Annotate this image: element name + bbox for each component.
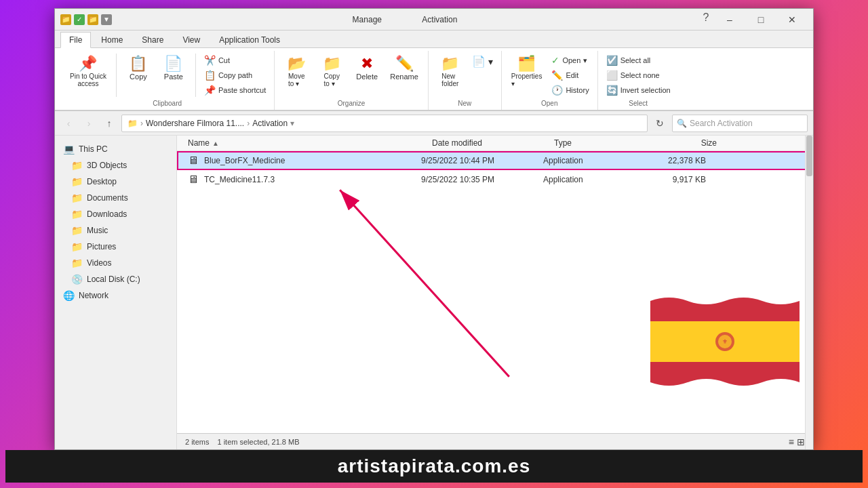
invert-label: Invert selection (620, 86, 671, 94)
maximize-button[interactable]: □ (745, 9, 776, 30)
select-all-button[interactable]: ☑️ Select all (604, 54, 673, 67)
open-label: Open (541, 100, 557, 107)
paste-button[interactable]: 📄 Paste (157, 54, 190, 83)
close-button[interactable]: ✕ (776, 9, 808, 30)
edit-label: Edit (566, 71, 578, 79)
new-folder-label: Newfolder (441, 73, 458, 87)
col-date-header[interactable]: Date modified (432, 138, 554, 148)
music-label: Music (87, 226, 108, 235)
copy-path-label: Copy path (218, 71, 252, 79)
path-wondershare[interactable]: Wondershare Filmora 11.... (146, 119, 244, 128)
col-size-header[interactable]: Size (649, 138, 717, 148)
up-button[interactable]: ↑ (101, 115, 117, 131)
down-icon: ▼ (101, 14, 112, 25)
copy-button[interactable]: 📋 Copy (122, 54, 155, 83)
invert-selection-button[interactable]: 🔄 Invert selection (604, 83, 673, 97)
edit-button[interactable]: ✏️ Edit (549, 68, 591, 82)
move-to-button[interactable]: 📂 Moveto ▾ (280, 54, 313, 90)
new-folder-button[interactable]: 📁 Newfolder (434, 54, 467, 90)
copy-path-button[interactable]: 📋 Copy path (201, 68, 269, 82)
path-dropdown[interactable]: ▾ (290, 119, 294, 128)
sidebar-item-documents[interactable]: 📁 Documents (55, 190, 176, 206)
search-box[interactable]: 🔍 Search Activation (672, 115, 808, 132)
checkmark-icon: ✓ (74, 14, 85, 25)
downloads-icon: 📁 (71, 209, 83, 220)
sidebar-item-desktop[interactable]: 📁 Desktop (55, 174, 176, 190)
tab-file[interactable]: File (60, 32, 91, 48)
cut-icon: ✂️ (204, 55, 216, 66)
date-col-label: Date modified (432, 138, 482, 148)
select-none-button[interactable]: ⬜ Select none (604, 68, 673, 82)
col-name-header[interactable]: Name ▲ (188, 138, 432, 148)
paste-shortcut-button[interactable]: 📌 Paste shortcut (201, 83, 269, 97)
ribbon-group-select: ☑️ Select all ⬜ Select none 🔄 Invert sel… (598, 51, 679, 110)
select-all-icon: ☑️ (606, 55, 618, 66)
rename-button[interactable]: ✏️ Rename (386, 54, 422, 83)
copy-path-icon: 📋 (204, 70, 216, 81)
address-path[interactable]: 📁 › Wondershare Filmora 11.... › Activat… (121, 115, 648, 132)
this-pc-label: This PC (79, 144, 108, 154)
scrollbar[interactable] (805, 136, 813, 449)
table-row[interactable]: 🖥 Blue_BorFX_Medicine 9/25/2022 10:44 PM… (177, 151, 813, 170)
tab-home[interactable]: Home (92, 32, 132, 47)
copy-to-button[interactable]: 📁 Copyto ▾ (315, 54, 348, 90)
sidebar-item-videos[interactable]: 📁 Videos (55, 255, 176, 271)
open-small-btns: ✓ Open ▾ ✏️ Edit 🕐 History (549, 54, 591, 97)
new-item-button[interactable]: 📄 ▾ (469, 54, 496, 69)
sidebar-item-network[interactable]: 🌐 Network (55, 287, 176, 304)
new-content: 📁 Newfolder 📄 ▾ (434, 54, 496, 97)
status-bar: 2 items 1 item selected, 21.8 MB ≡ ⊞ (177, 433, 813, 449)
file-type-1: Application (543, 156, 638, 165)
minimize-button[interactable]: – (714, 9, 745, 30)
refresh-button[interactable]: ↻ (652, 115, 668, 131)
pictures-icon: 📁 (71, 241, 83, 252)
scroll-thumb[interactable] (806, 136, 812, 176)
cut-button[interactable]: ✂️ Cut (201, 54, 269, 67)
back-button[interactable]: ‹ (60, 115, 77, 131)
svg-line-7 (340, 190, 509, 377)
clipboard-small-btns: ✂️ Cut 📋 Copy path 📌 Paste shortcut (201, 54, 269, 97)
history-button[interactable]: 🕐 History (549, 83, 591, 97)
file-size-2: 9,917 KB (638, 175, 706, 184)
delete-button[interactable]: ✖ Delete (351, 54, 383, 83)
selected-info: 1 item selected, 21.8 MB (217, 438, 299, 446)
svg-point-3 (715, 332, 734, 351)
path-sep2: › (247, 119, 250, 128)
ribbon-tab-row: File Home Share View Application Tools (55, 30, 813, 48)
list-view-icon[interactable]: ≡ (789, 436, 794, 447)
type-col-label: Type (554, 138, 572, 148)
sidebar-item-downloads[interactable]: 📁 Downloads (55, 206, 176, 222)
desktop-icon: 📁 (71, 176, 83, 187)
pin-to-quick-access-button[interactable]: 📌 Pin to Quickaccess (66, 54, 111, 90)
tab-app-tools[interactable]: Application Tools (210, 32, 289, 47)
copy-to-icon: 📁 (323, 56, 341, 71)
sidebar-item-this-pc[interactable]: 💻 This PC (55, 141, 176, 157)
table-row[interactable]: 🖥 TC_Medicine11.7.3 9/25/2022 10:35 PM A… (177, 170, 813, 190)
videos-label: Videos (87, 258, 111, 268)
new-item-icon: 📄 (472, 55, 486, 68)
this-pc-icon: 💻 (63, 144, 75, 155)
pictures-label: Pictures (87, 242, 116, 251)
sidebar-item-music[interactable]: 📁 Music (55, 222, 176, 239)
grid-view-icon[interactable]: ⊞ (797, 436, 805, 447)
rename-icon: ✏️ (395, 56, 414, 71)
select-none-icon: ⬜ (606, 70, 618, 81)
tab-view[interactable]: View (174, 32, 209, 47)
breadcrumb-folder: 📁 (127, 119, 138, 128)
col-type-header[interactable]: Type (554, 138, 649, 148)
sidebar-item-pictures[interactable]: 📁 Pictures (55, 239, 176, 255)
sidebar-item-3d-objects[interactable]: 📁 3D Objects (55, 157, 176, 174)
help-button[interactable]: ? (698, 9, 714, 26)
size-col-label: Size (701, 138, 717, 148)
file-icon-2: 🖥 (188, 174, 199, 186)
forward-button[interactable]: › (81, 115, 97, 131)
network-label: Network (79, 291, 108, 300)
column-headers: Name ▲ Date modified Type Size (177, 136, 813, 151)
select-content: ☑️ Select all ⬜ Select none 🔄 Invert sel… (604, 54, 673, 97)
ribbon: 📌 Pin to Quickaccess 📋 Copy 📄 Paste (55, 48, 813, 111)
sidebar-item-local-disk[interactable]: 💿 Local Disk (C:) (55, 271, 176, 287)
properties-button[interactable]: 🗂️ Properties▾ (507, 54, 547, 90)
open-button[interactable]: ✓ Open ▾ (549, 54, 591, 67)
pin-label: Pin to Quickaccess (70, 73, 106, 87)
tab-share[interactable]: Share (133, 32, 172, 47)
